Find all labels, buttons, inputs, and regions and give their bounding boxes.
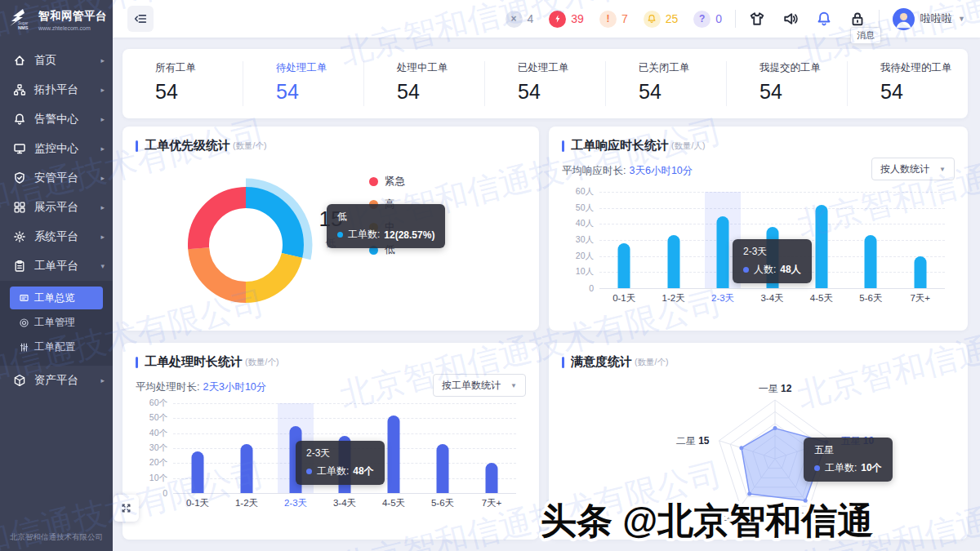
avg-label: 平均处理时长: — [136, 381, 199, 393]
bar-0-1天[interactable] — [618, 243, 630, 288]
sidebar-nav: 首页▸拓扑平台▸告警中心▸监控中心▸安管平台▸展示平台▸系统平台▸工单平台▾工单… — [0, 46, 113, 524]
chevron-right-icon: ▸ — [100, 86, 105, 94]
sidebar-subitem-label: 工单管理 — [34, 316, 75, 330]
app-subtitle: www.zhtelecom.com — [38, 25, 107, 31]
display-grid-icon — [13, 201, 26, 214]
y-axis-label: 50人 — [576, 202, 594, 214]
legend-item-0[interactable]: 紧急 — [369, 170, 405, 193]
alarm-badge-critical[interactable]: 39 — [549, 11, 584, 28]
sidebar-item-system[interactable]: 系统平台▸ — [0, 222, 113, 251]
sidebar-subitem-config[interactable]: 工单配置 — [10, 335, 103, 358]
user-menu[interactable]: 啦啦啦 ▼ — [893, 8, 965, 30]
bar-7天+[interactable] — [486, 463, 498, 493]
sidebar-subitem-overview[interactable]: 工单总览 — [10, 287, 103, 309]
x-axis-label: 1-2天 — [662, 292, 685, 304]
clipboard-icon — [13, 260, 26, 273]
chevron-right-icon: ▸ — [100, 174, 105, 182]
badge-count: 25 — [666, 12, 679, 25]
legend-label: 低 — [385, 243, 395, 257]
sidebar-subitem-manage[interactable]: 工单管理 — [10, 311, 103, 334]
app-title: 智和网管平台 — [38, 9, 107, 24]
legend-dot — [369, 200, 378, 209]
chevron-right-icon: ▸ — [100, 376, 105, 384]
alarm-badge-notify[interactable]: 25 — [644, 11, 679, 28]
bar-2-3天[interactable] — [290, 426, 302, 494]
sidebar-item-monitor[interactable]: 监控中心▸ — [0, 134, 113, 163]
stat-card-6[interactable]: 我待处理的工单54 — [848, 61, 968, 106]
title-accent-bar — [562, 140, 564, 152]
y-axis-label: 20个 — [149, 457, 167, 469]
divider — [879, 10, 880, 28]
sidebar-item-display[interactable]: 展示平台▸ — [0, 193, 113, 222]
stat-value: 54 — [880, 80, 968, 104]
legend-item-3[interactable]: 低 — [369, 238, 405, 261]
legend-dot — [369, 177, 378, 186]
y-axis-label: 10个 — [149, 473, 167, 484]
bar-5-6天[interactable] — [865, 235, 877, 288]
y-axis-label: 30人 — [576, 234, 594, 246]
stat-label: 我提交的工单 — [760, 61, 847, 75]
alarm-badge-unknown[interactable]: ?0 — [693, 11, 722, 28]
process-bar-chart[interactable]: 010个20个30个40个50个60个0-1天1-2天2-3天3-4天4-5天5… — [136, 403, 526, 511]
bar-4-5天[interactable] — [815, 205, 827, 288]
tool-lock-button[interactable] — [849, 11, 866, 27]
bar-5-6天[interactable] — [437, 444, 449, 494]
sidebar-item-asset[interactable]: 资产平台▸ — [0, 366, 113, 395]
collapse-sidebar-button[interactable] — [127, 6, 154, 32]
sidebar-item-label: 工单平台 — [34, 259, 78, 273]
priority-donut-chart[interactable] — [170, 169, 322, 321]
app-logo[interactable]: SugarNMS 智和网管平台 www.zhtelecom.com — [0, 0, 113, 38]
x-axis-label: 0-1天 — [186, 497, 209, 509]
x-axis-label: 0-1天 — [612, 292, 635, 304]
stat-card-1[interactable]: 待处理工单54 — [243, 61, 364, 106]
fullscreen-expand-button[interactable] — [114, 495, 139, 522]
sidebar-item-label: 首页 — [34, 53, 56, 68]
process-stat-mode-select[interactable]: 按工单数统计 ▼ — [433, 374, 526, 397]
collapse-icon — [133, 11, 148, 26]
topology-icon — [13, 83, 26, 96]
stat-label: 所有工单 — [155, 61, 243, 75]
legend-item-2[interactable]: 中 — [369, 216, 405, 238]
badge-glyph: ! — [599, 11, 617, 28]
bar-0-1天[interactable] — [192, 451, 204, 493]
title-accent-bar — [136, 357, 138, 368]
x-axis-label: 7天+ — [482, 497, 502, 509]
stat-card-2[interactable]: 处理中工单54 — [364, 61, 485, 106]
bar-3-4天[interactable] — [766, 227, 778, 288]
alarm-badge-clear[interactable]: ×4 — [506, 11, 534, 28]
x-axis-label: 2-3天 — [284, 497, 307, 509]
gridline — [173, 418, 516, 419]
sidebar-item-topology[interactable]: 拓扑平台▸ — [0, 75, 113, 104]
sidebar-item-security[interactable]: 安管平台▸ — [0, 163, 113, 193]
bar-1-2天[interactable] — [667, 235, 679, 288]
svg-text:四星 30: 四星 30 — [800, 511, 833, 522]
bar-1-2天[interactable] — [241, 444, 253, 494]
cube-icon — [13, 374, 26, 387]
alarm-badge-major[interactable]: !7 — [599, 11, 628, 28]
tool-theme-button[interactable] — [749, 11, 765, 27]
bar-2-3天[interactable] — [717, 216, 729, 289]
legend-item-1[interactable]: 高 — [369, 193, 405, 216]
tool-announcement-button[interactable] — [782, 11, 799, 27]
stat-card-3[interactable]: 已处理工单54 — [485, 61, 606, 106]
stat-value: 54 — [639, 80, 726, 104]
satisfaction-radar-chart[interactable]: 一星 12五星 10四星 30三星 13二星 15 — [549, 364, 968, 537]
bar-7天+[interactable] — [914, 256, 926, 288]
sidebar-item-alarm[interactable]: 告警中心▸ — [0, 104, 113, 134]
monitor-icon — [13, 142, 26, 155]
stat-card-0[interactable]: 所有工单54 — [122, 61, 243, 106]
x-axis-label: 1-2天 — [235, 497, 258, 509]
gridline — [173, 433, 516, 434]
response-bar-chart[interactable]: 010人20人30人40人50人60人0-1天1-2天2-3天3-4天4-5天5… — [562, 192, 955, 306]
tool-message-button[interactable] — [816, 11, 832, 27]
stat-card-4[interactable]: 已关闭工单54 — [606, 61, 727, 106]
bar-3-4天[interactable] — [339, 436, 351, 493]
chevron-down-icon: ▼ — [939, 166, 946, 173]
response-stat-mode-select[interactable]: 按人数统计 ▼ — [871, 158, 955, 180]
stat-value: 54 — [760, 80, 847, 104]
stat-card-5[interactable]: 我提交的工单54 — [727, 61, 848, 106]
sidebar-item-workorder[interactable]: 工单平台▾ — [0, 251, 113, 281]
avg-label: 平均响应时长: — [562, 165, 626, 176]
bar-4-5天[interactable] — [388, 415, 400, 493]
sidebar-item-home[interactable]: 首页▸ — [0, 46, 113, 75]
